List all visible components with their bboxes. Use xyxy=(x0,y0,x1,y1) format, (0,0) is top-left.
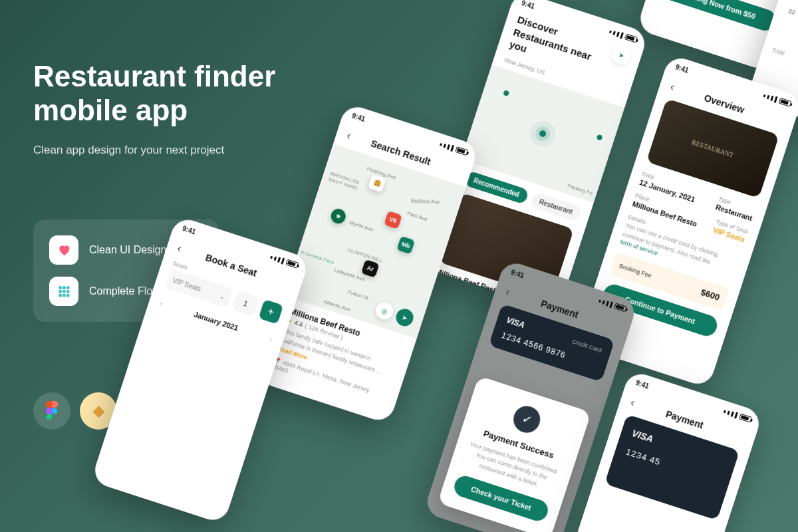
prev-month-icon[interactable]: ‹ xyxy=(158,298,164,309)
next-month-icon[interactable]: › xyxy=(268,333,274,344)
back-icon[interactable]: ‹ xyxy=(629,396,636,409)
feature-label: Complete Flow xyxy=(89,285,160,297)
svg-rect-7 xyxy=(63,294,65,297)
starbucks-pin-icon[interactable]: ★ xyxy=(329,207,348,225)
svg-rect-4 xyxy=(63,290,65,293)
center-pin-icon xyxy=(539,129,547,138)
hero: Restaurant finder mobile app Clean app d… xyxy=(33,60,313,159)
back-icon[interactable]: ‹ xyxy=(669,80,676,93)
svg-rect-6 xyxy=(59,294,62,297)
visa-logo: VISA xyxy=(505,315,526,330)
svg-rect-2 xyxy=(66,287,69,289)
add-seat-button[interactable]: + xyxy=(258,299,283,325)
map-pin-icon xyxy=(503,90,509,96)
check-icon: ✓ xyxy=(510,402,543,436)
hero-subtitle: Clean app design for your next project xyxy=(33,142,313,159)
fee-amount: $600 xyxy=(700,287,721,303)
pin-icon[interactable]: V6 xyxy=(384,211,402,229)
center-button[interactable]: ◎ xyxy=(374,300,396,322)
seat-count: 1 xyxy=(232,291,260,317)
heart-icon xyxy=(49,235,78,265)
svg-rect-8 xyxy=(66,294,69,297)
map-label: Padang Fo xyxy=(567,182,594,196)
calendar-date[interactable]: 22 xyxy=(783,3,798,21)
navigate-button[interactable]: ➤ xyxy=(394,307,416,329)
map-pin-icon xyxy=(597,134,603,140)
feature-label: Clean UI Design xyxy=(89,244,167,256)
total-label: Total xyxy=(771,47,798,88)
grid-icon xyxy=(49,277,78,306)
booking-button[interactable]: Booking Now from $50 xyxy=(657,0,779,33)
back-icon[interactable]: ‹ xyxy=(176,242,183,255)
pin-icon[interactable]: Mb xyxy=(396,236,415,255)
visa-logo: VISA xyxy=(630,428,654,444)
card-number: 1234 45 xyxy=(624,447,720,486)
svg-rect-1 xyxy=(63,287,65,289)
figma-icon xyxy=(33,392,70,430)
back-icon[interactable]: ‹ xyxy=(345,130,352,142)
hero-title: Restaurant finder mobile app xyxy=(33,60,313,127)
svg-rect-3 xyxy=(59,290,62,293)
month-label: January 2021 xyxy=(193,311,239,332)
svg-point-9 xyxy=(52,408,57,414)
back-icon[interactable]: ‹ xyxy=(504,286,511,299)
svg-rect-5 xyxy=(66,290,69,293)
svg-rect-0 xyxy=(59,287,62,289)
